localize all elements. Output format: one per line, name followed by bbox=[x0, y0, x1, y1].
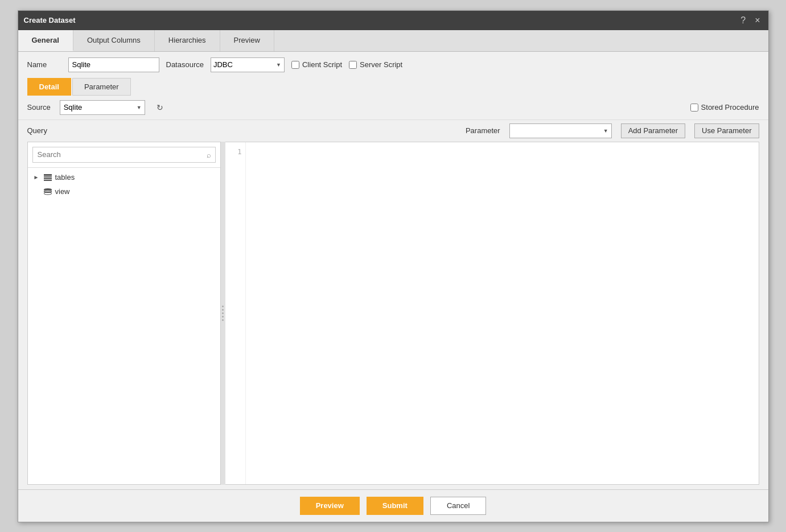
tab-preview[interactable]: Preview bbox=[220, 30, 274, 51]
tabs-bar: General Output Columns Hierarchies Previ… bbox=[18, 30, 768, 52]
parameter-select-wrap bbox=[509, 123, 612, 138]
datasource-select-wrap: JDBC bbox=[211, 57, 285, 72]
title-bar: Create Dataset ? × bbox=[18, 11, 768, 30]
client-script-checkbox[interactable] bbox=[291, 61, 299, 69]
stored-procedure-label[interactable]: Stored Procedure bbox=[690, 103, 759, 112]
create-dataset-dialog: Create Dataset ? × General Output Column… bbox=[18, 10, 769, 522]
line-numbers: 1 bbox=[225, 142, 246, 484]
name-label: Name bbox=[27, 60, 61, 69]
svg-rect-1 bbox=[44, 176, 52, 178]
line-number-1: 1 bbox=[229, 147, 242, 157]
tab-output-columns[interactable]: Output Columns bbox=[73, 30, 155, 51]
resizer-dot bbox=[222, 306, 224, 307]
add-parameter-button[interactable]: Add Parameter bbox=[621, 123, 685, 138]
chevron-right-icon: ► bbox=[34, 174, 40, 180]
editor-area: 1 bbox=[225, 142, 759, 484]
client-script-label[interactable]: Client Script bbox=[291, 60, 342, 69]
cancel-button[interactable]: Cancel bbox=[430, 497, 486, 515]
close-button[interactable]: × bbox=[752, 15, 762, 26]
tab-general[interactable]: General bbox=[18, 30, 73, 51]
preview-button[interactable]: Preview bbox=[300, 497, 360, 515]
title-bar-controls: ? × bbox=[738, 15, 762, 26]
code-editor[interactable] bbox=[246, 142, 759, 484]
tree-item-tables[interactable]: ► tables bbox=[28, 170, 220, 184]
tree-item-view[interactable]: view bbox=[28, 184, 220, 199]
view-icon bbox=[44, 187, 52, 196]
resizer-dot bbox=[222, 319, 224, 321]
search-box-wrap: ⌕ bbox=[28, 142, 220, 168]
server-script-label[interactable]: Server Script bbox=[349, 60, 402, 69]
tree-item-tables-label: tables bbox=[55, 173, 75, 182]
form-row: Name Datasource JDBC Client Script Serve… bbox=[18, 52, 768, 78]
source-select[interactable]: Sqlite bbox=[60, 100, 145, 115]
submit-button[interactable]: Submit bbox=[367, 497, 423, 515]
table-icon bbox=[44, 173, 52, 182]
right-panel: 1 bbox=[225, 142, 759, 485]
resizer-dots bbox=[222, 306, 224, 321]
datasource-select[interactable]: JDBC bbox=[211, 57, 285, 72]
subtab-parameter[interactable]: Parameter bbox=[72, 78, 131, 96]
help-button[interactable]: ? bbox=[738, 15, 748, 26]
resizer-dot bbox=[222, 309, 224, 311]
svg-rect-3 bbox=[44, 180, 52, 181]
parameter-select[interactable] bbox=[509, 123, 612, 138]
subtabs-row: Detail Parameter bbox=[18, 78, 768, 96]
footer: Preview Submit Cancel bbox=[18, 489, 768, 522]
stored-procedure-checkbox[interactable] bbox=[690, 104, 698, 112]
query-row: Query Parameter Add Parameter Use Parame… bbox=[18, 120, 768, 142]
dialog-title: Create Dataset bbox=[24, 16, 76, 24]
tree-item-view-label: view bbox=[55, 187, 70, 196]
svg-rect-2 bbox=[44, 178, 52, 179]
search-input[interactable] bbox=[32, 147, 216, 163]
source-select-wrap: Sqlite bbox=[60, 100, 145, 115]
main-content: ⌕ ► tables bbox=[18, 142, 768, 489]
datasource-label: Datasource bbox=[166, 60, 204, 69]
name-input[interactable] bbox=[68, 57, 159, 72]
stored-procedure-area: Stored Procedure bbox=[690, 103, 759, 112]
refresh-icon[interactable]: ↻ bbox=[157, 103, 163, 112]
left-panel: ⌕ ► tables bbox=[27, 142, 221, 485]
tab-hierarchies[interactable]: Hierarchies bbox=[155, 30, 220, 51]
server-script-checkbox[interactable] bbox=[349, 61, 357, 69]
use-parameter-button[interactable]: Use Parameter bbox=[694, 123, 759, 138]
query-label: Query bbox=[27, 126, 47, 135]
resizer-dot bbox=[222, 316, 224, 317]
resizer[interactable] bbox=[221, 142, 225, 485]
detail-options-row: Source Sqlite ↻ Stored Procedure bbox=[18, 96, 768, 120]
source-label: Source bbox=[27, 103, 51, 112]
tree-area: ► tables bbox=[28, 168, 220, 484]
svg-rect-0 bbox=[44, 174, 52, 176]
parameter-label: Parameter bbox=[466, 126, 500, 135]
resizer-dot bbox=[222, 312, 224, 314]
subtab-detail[interactable]: Detail bbox=[27, 78, 71, 96]
